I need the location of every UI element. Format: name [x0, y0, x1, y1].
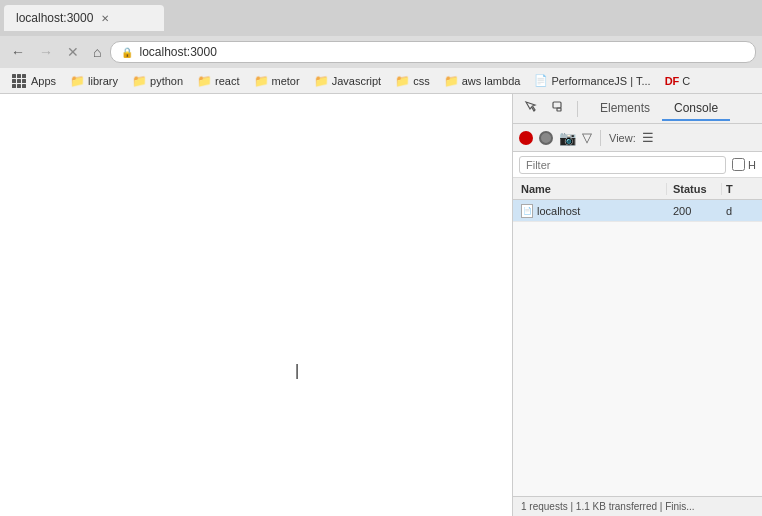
record-button[interactable] — [519, 131, 533, 145]
folder-icon-7: 📁 — [444, 74, 459, 88]
folder-icon-5: 📁 — [314, 74, 329, 88]
address-text: localhost:3000 — [139, 45, 216, 59]
devtools-status-bar: 1 requests | 1.1 KB transferred | Finis.… — [513, 496, 762, 516]
file-icon: 📄 — [521, 204, 533, 218]
cell-type: d — [722, 205, 762, 217]
devtools-toolbar: Elements Console — [513, 94, 762, 124]
folder-icon-4: 📁 — [254, 74, 269, 88]
camera-icon[interactable]: 📷 — [559, 130, 576, 146]
stop-button[interactable] — [539, 131, 553, 145]
main-area: | Elements Console — [0, 94, 762, 516]
bookmark-css-label: css — [413, 75, 430, 87]
bookmark-python[interactable]: 📁 python — [126, 72, 189, 90]
view-label: View: — [609, 132, 636, 144]
view-mode-icon[interactable]: ☰ — [642, 130, 654, 145]
devtools-tabs: Elements Console — [588, 97, 730, 121]
folder-icon-2: 📁 — [132, 74, 147, 88]
cell-name: 📄 localhost — [513, 204, 667, 218]
bookmarks-bar: Apps 📁 library 📁 python 📁 react 📁 metor … — [0, 68, 762, 94]
tab-close-button[interactable]: ✕ — [101, 13, 109, 24]
bookmark-aws-label: aws lambda — [462, 75, 521, 87]
page-icon: 📄 — [534, 74, 548, 87]
network-toolbar: 📷 ▽ View: ☰ — [513, 124, 762, 152]
close-button[interactable]: ✕ — [62, 43, 84, 61]
forward-button[interactable]: → — [34, 43, 58, 61]
filter-bar: H — [513, 152, 762, 178]
bookmark-javascript[interactable]: 📁 Javascript — [308, 72, 388, 90]
devtools-panel: Elements Console 📷 ▽ View: ☰ H Name Stat… — [512, 94, 762, 516]
cell-status: 200 — [667, 205, 722, 217]
bookmark-performancejs-label: PerformanceJS | T... — [551, 75, 650, 87]
folder-icon-6: 📁 — [395, 74, 410, 88]
tab-title: localhost:3000 — [16, 11, 93, 25]
navigation-bar: ← → ✕ ⌂ 🔒 localhost:3000 — [0, 36, 762, 68]
network-table-header: Name Status T — [513, 178, 762, 200]
bookmark-library[interactable]: 📁 library — [64, 72, 124, 90]
col-header-type[interactable]: T — [722, 183, 762, 195]
hide-label[interactable]: H — [732, 158, 756, 171]
toolbar-sep-2 — [600, 130, 601, 146]
bookmark-other[interactable]: DF C — [659, 73, 697, 89]
bookmark-other-label: C — [682, 75, 690, 87]
page-content: | — [0, 94, 512, 516]
col-header-name[interactable]: Name — [513, 183, 667, 195]
tab-console[interactable]: Console — [662, 97, 730, 121]
tab-elements[interactable]: Elements — [588, 97, 662, 121]
bookmark-apps-label: Apps — [31, 75, 56, 87]
bookmark-python-label: python — [150, 75, 183, 87]
back-button[interactable]: ← — [6, 43, 30, 61]
hide-text: H — [748, 159, 756, 171]
active-tab[interactable]: localhost:3000 ✕ — [4, 5, 164, 31]
other-icon: DF — [665, 75, 680, 87]
bookmark-react[interactable]: 📁 react — [191, 72, 245, 90]
filter-icon[interactable]: ▽ — [582, 130, 592, 145]
lock-icon: 🔒 — [121, 47, 133, 58]
toolbar-separator — [577, 101, 578, 117]
svg-rect-0 — [553, 102, 561, 108]
folder-icon: 📁 — [70, 74, 85, 88]
bookmark-library-label: library — [88, 75, 118, 87]
bookmark-apps[interactable]: Apps — [6, 72, 62, 90]
col-header-status[interactable]: Status — [667, 183, 722, 195]
apps-grid-icon — [12, 74, 26, 88]
bookmark-aws-lambda[interactable]: 📁 aws lambda — [438, 72, 527, 90]
devtools-responsive-button[interactable] — [547, 97, 571, 120]
table-row[interactable]: 📄 localhost 200 d — [513, 200, 762, 222]
address-bar[interactable]: 🔒 localhost:3000 — [110, 41, 756, 63]
bookmark-performancejs[interactable]: 📄 PerformanceJS | T... — [528, 72, 656, 89]
bookmark-css[interactable]: 📁 css — [389, 72, 436, 90]
tab-bar: localhost:3000 ✕ — [0, 0, 762, 36]
bookmark-metor[interactable]: 📁 metor — [248, 72, 306, 90]
folder-icon-3: 📁 — [197, 74, 212, 88]
text-cursor: | — [295, 362, 299, 380]
row-name: localhost — [537, 205, 580, 217]
svg-rect-1 — [557, 108, 561, 111]
bookmark-metor-label: metor — [272, 75, 300, 87]
hide-checkbox[interactable] — [732, 158, 745, 171]
filter-input[interactable] — [519, 156, 726, 174]
devtools-inspect-button[interactable] — [519, 97, 543, 120]
bookmark-javascript-label: Javascript — [332, 75, 382, 87]
home-button[interactable]: ⌂ — [88, 43, 106, 61]
bookmark-react-label: react — [215, 75, 239, 87]
